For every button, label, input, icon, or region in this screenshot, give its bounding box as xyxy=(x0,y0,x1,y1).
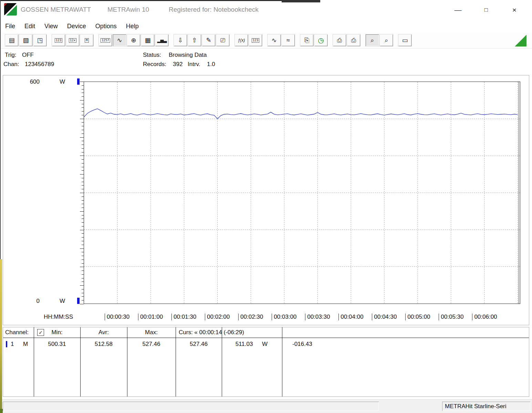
save-button[interactable]: ▤ xyxy=(5,34,19,46)
y-axis-tick xyxy=(80,82,84,82)
print-button[interactable]: ⎙ xyxy=(347,34,361,46)
bar-graph-icon: ▂▅▃ xyxy=(157,38,167,43)
trend-plot[interactable] xyxy=(84,82,520,304)
protocol-edit-button[interactable]: ✎ xyxy=(202,34,216,46)
print-icon: ⎙ xyxy=(351,37,356,43)
numeric-window-icon: 123 xyxy=(252,38,259,43)
menu-item-device[interactable]: Device xyxy=(67,23,86,30)
page-copy-button[interactable]: ⎘ xyxy=(300,34,314,46)
menu-item-edit[interactable]: Edit xyxy=(24,23,35,30)
toolbar-groups: ▤▧◳12312✗M1257∿⊕▦▂▅▃⇩⇧✎⎚ƒ(x)123∿≈⎘◷⎙⎙⌕⌕▭ xyxy=(5,34,412,46)
chart-svg xyxy=(84,82,520,304)
close-icon[interactable]: × xyxy=(500,0,529,20)
menu-item-help[interactable]: Help xyxy=(126,23,139,30)
device-read-button[interactable]: 123 xyxy=(52,34,65,46)
x-tick-label: 00:05:30 xyxy=(439,314,463,320)
menu-item-view[interactable]: View xyxy=(44,23,58,30)
toolbar: ▤▧◳12312✗M1257∿⊕▦▂▅▃⇩⇧✎⎚ƒ(x)123∿≈⎘◷⎙⎙⌕⌕▭ xyxy=(0,32,532,49)
digital-display-button[interactable]: 1257 xyxy=(98,34,112,46)
bar-graph-button[interactable]: ▂▅▃ xyxy=(155,34,169,46)
channel-mode-cell: M xyxy=(23,341,28,348)
cursor-unit-cell: W xyxy=(262,341,268,348)
device-stop-button[interactable]: 12✗ xyxy=(66,34,80,46)
export-data-button[interactable]: ⇩ xyxy=(174,34,187,46)
chan-value: 123456789 xyxy=(25,61,54,68)
formula-button[interactable]: ƒ(x) xyxy=(234,34,248,46)
y-axis-unit-top: W xyxy=(60,78,65,85)
toolbar-group: ⎘◷ xyxy=(300,34,328,46)
open-file-icon: ◳ xyxy=(37,37,43,43)
menubar: FileEditViewDeviceOptionsHelp xyxy=(0,20,532,32)
y-axis-tick xyxy=(80,156,84,156)
x-tick-label: 00:04:00 xyxy=(338,314,363,320)
monitor-view-icon: ⎚ xyxy=(220,37,225,43)
zoom-button[interactable]: ⌕ xyxy=(379,34,393,46)
device-stop-icon: 12✗ xyxy=(69,38,76,43)
timer-button[interactable]: ◷ xyxy=(314,34,328,46)
maximize-icon[interactable]: □ xyxy=(472,0,500,20)
statusbar-device-panel: METRAHit Starline-Seri xyxy=(442,402,530,411)
label-note-button[interactable]: ▭ xyxy=(398,34,412,46)
resize-grow-handle[interactable] xyxy=(515,35,526,46)
x-tick-label: 00:00:30 xyxy=(105,314,129,320)
label-note-icon: ▭ xyxy=(402,37,408,43)
zoom-signal-icon: ⌕ xyxy=(371,37,374,43)
statistics-table: Channel: ✓ Min: Avr: Max: Curs: « 00:00:… xyxy=(3,327,529,397)
device-memory-icon: M xyxy=(85,38,88,43)
x-axis-labels: HH:MM:SS 00:00:3000:01:0000:01:3000:02:0… xyxy=(3,312,529,323)
device-memory-button[interactable]: M xyxy=(80,34,94,46)
analog-display-button[interactable]: ⊕ xyxy=(127,34,140,46)
signal-smooth-button[interactable]: ∿ xyxy=(267,34,281,46)
min-value-cell: 500.31 xyxy=(34,341,80,348)
table-view-icon: ▦ xyxy=(145,37,150,43)
formula-icon: ƒ(x) xyxy=(238,38,245,42)
toolbar-group: 12312✗M xyxy=(52,34,94,46)
numeric-window-button[interactable]: 123 xyxy=(249,34,262,46)
trend-graph-button[interactable]: ∿ xyxy=(113,34,126,46)
avr-value-cell: 512.58 xyxy=(80,341,127,348)
channel-1-color-indicator xyxy=(6,341,7,347)
menu-item-options[interactable]: Options xyxy=(95,23,117,30)
window-controls: — □ × xyxy=(444,0,529,20)
x-axis-unit-label: HH:MM:SS xyxy=(44,314,73,320)
import-data-button[interactable]: ⇧ xyxy=(188,34,201,46)
chan-label: Chan: xyxy=(3,61,19,68)
zoom-signal-button[interactable]: ⌕ xyxy=(365,34,379,46)
screen-edge-artifact xyxy=(0,0,1,259)
registered-for-text: Registered for: Notebookcheck xyxy=(169,6,259,13)
device-read-icon: 123 xyxy=(55,38,62,43)
records-label: Records: xyxy=(143,61,166,68)
toolbar-group: ∿≈ xyxy=(267,34,295,46)
status-value: Browsing Data xyxy=(169,52,207,59)
screen-edge-artifact xyxy=(282,0,320,2)
table-view-button[interactable]: ▦ xyxy=(141,34,155,46)
cursor-header: Curs: « 00:00:14 (-06:29) xyxy=(179,329,244,336)
y-axis-unit-bottom: W xyxy=(60,298,65,305)
info-panel: Trig: OFF Chan: 123456789 Status: Browsi… xyxy=(0,49,532,75)
minimize-icon[interactable]: — xyxy=(444,0,472,20)
y-axis-tick xyxy=(80,193,84,193)
open-file-button[interactable]: ◳ xyxy=(33,34,47,46)
x-tick-label: 00:01:00 xyxy=(138,314,163,320)
signal-raw-button[interactable]: ≈ xyxy=(281,34,295,46)
y-axis-min-label: 0 xyxy=(24,298,40,305)
cursor-b-value-cell: 511.03 xyxy=(222,341,267,348)
y-axis-tick xyxy=(80,267,84,267)
toolbar-group: ▭ xyxy=(398,34,412,46)
trig-value: OFF xyxy=(22,52,34,59)
save-as-icon: ▧ xyxy=(23,37,29,43)
avr-header: Avr: xyxy=(80,329,127,336)
monitor-view-button[interactable]: ⎚ xyxy=(216,34,230,46)
save-as-button[interactable]: ▧ xyxy=(19,34,33,46)
device-name-text: METRAHit Starline-Seri xyxy=(445,403,507,410)
trend-graph-icon: ∿ xyxy=(117,37,122,43)
x-tick-label: 00:04:30 xyxy=(372,314,397,320)
records-value: 392 xyxy=(173,61,182,68)
y-axis-max-label: 600 xyxy=(24,78,40,85)
toolbar-group: 1257∿⊕▦▂▅▃ xyxy=(98,34,169,46)
interval-label: Intrv. xyxy=(188,61,200,68)
menu-item-file[interactable]: File xyxy=(5,23,15,30)
toolbar-group: ⇩⇧✎⎚ xyxy=(174,34,230,46)
y-axis-tick xyxy=(80,100,84,100)
print-preview-button[interactable]: ⎙ xyxy=(333,34,346,46)
